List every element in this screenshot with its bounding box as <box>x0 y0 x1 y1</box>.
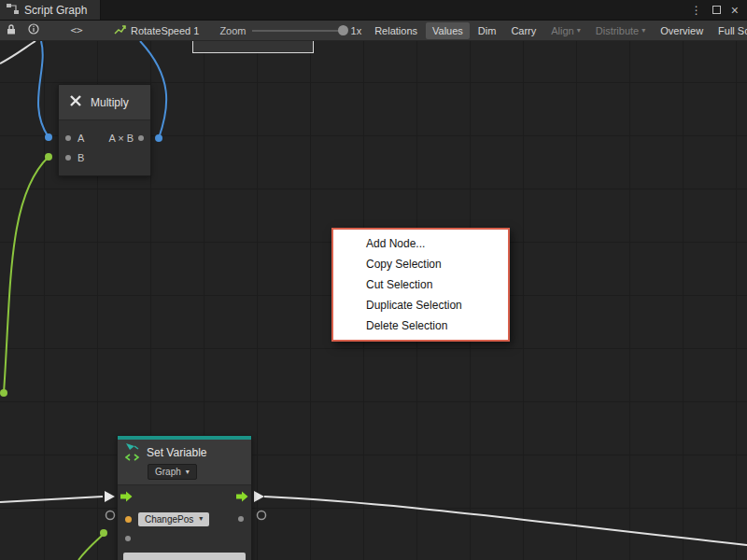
code-view-button[interactable]: <> <box>58 21 95 41</box>
set-variable-header[interactable]: Set Variable Graph ▾ <box>118 440 251 485</box>
carry-button[interactable]: Carry <box>504 22 543 39</box>
port-connection-dot-blue[interactable] <box>45 133 52 141</box>
wire-green-bottom <box>78 534 104 560</box>
info-button[interactable] <box>22 21 45 41</box>
value-input-field[interactable] <box>123 553 246 560</box>
variable-scope-dropdown[interactable]: Graph ▾ <box>148 464 197 480</box>
port-row-b: B <box>59 147 150 167</box>
input-port-a-label: A <box>78 133 84 144</box>
port-connection-dot-green[interactable] <box>0 389 7 397</box>
menu-item-duplicate-selection[interactable]: Duplicate Selection <box>333 295 508 315</box>
variable-output-port[interactable] <box>238 516 244 522</box>
dim-button[interactable]: Dim <box>472 22 503 39</box>
menu-item-copy-selection[interactable]: Copy Selection <box>333 254 508 274</box>
flow-input-port[interactable] <box>120 491 133 502</box>
zoom-slider-track <box>252 30 347 32</box>
align-button-label: Align <box>551 25 573 36</box>
flow-output-port[interactable] <box>236 491 248 502</box>
distribute-button-label: Distribute <box>596 25 639 36</box>
port-connection-dot-green[interactable] <box>100 529 107 537</box>
chevron-down-icon: ▾ <box>199 515 203 523</box>
zoom-value: 1x <box>351 25 362 36</box>
extra-port-row <box>118 530 251 547</box>
graph-canvas[interactable]: Multiply A A × B B <box>0 41 747 560</box>
set-variable-icon <box>125 442 140 464</box>
wire-white-topleft <box>0 41 35 63</box>
variable-value-row: ChangePos ▾ <box>118 508 251 530</box>
menu-item-delete-selection[interactable]: Delete Selection <box>333 315 508 336</box>
port-connection-dot-green[interactable] <box>45 153 52 161</box>
zoom-slider[interactable] <box>252 21 349 41</box>
distribute-button[interactable]: Distribute ▾ <box>589 22 652 39</box>
variable-scope-value: Graph <box>155 467 181 477</box>
full-screen-button[interactable]: Full Screen <box>712 22 747 39</box>
partial-node-top[interactable] <box>192 41 314 53</box>
window-controls: ⋮ × <box>691 0 747 20</box>
multiply-node-header[interactable]: Multiply <box>59 85 150 120</box>
wire-white-flow-out <box>264 497 747 545</box>
code-icon: <> <box>70 24 82 36</box>
titlebar: Script Graph ⋮ × <box>0 0 747 21</box>
tab-script-graph[interactable]: Script Graph <box>0 0 101 20</box>
menu-item-add-node[interactable]: Add Node... <box>333 233 508 254</box>
port-row-a: A A × B <box>59 128 150 147</box>
port-connection-dot-blue[interactable] <box>155 134 162 142</box>
wire-green-input-b <box>4 157 49 393</box>
window-menu-icon[interactable]: ⋮ <box>691 5 702 16</box>
value-port-circle-right[interactable] <box>258 511 266 520</box>
wire-white-flow-in <box>0 497 103 502</box>
graph-toolbar: <> RotateSpeed 1 Zoom 1x Relations Value… <box>0 21 747 41</box>
flow-arrow-in[interactable] <box>105 491 115 502</box>
variable-name-value: ChangePos <box>145 514 193 525</box>
relations-button[interactable]: Relations <box>368 22 424 39</box>
input-port-a[interactable] <box>65 135 71 141</box>
graph-asset-icon <box>114 24 126 37</box>
breadcrumb-label: RotateSpeed 1 <box>131 25 199 36</box>
wire-blue-input-a <box>38 41 49 137</box>
chevron-down-icon: ▾ <box>577 27 581 35</box>
set-variable-node[interactable]: Set Variable Graph ▾ <box>117 435 252 560</box>
context-menu: Add Node... Copy Selection Cut Selection… <box>331 228 510 342</box>
zoom-slider-knob[interactable] <box>338 25 348 35</box>
secondary-input-port[interactable] <box>125 536 131 541</box>
multiply-node-title: Multiply <box>91 96 129 109</box>
chevron-down-icon: ▾ <box>641 27 645 35</box>
variable-input-port[interactable] <box>125 516 132 523</box>
variable-name-dropdown[interactable]: ChangePos ▾ <box>138 512 209 526</box>
input-port-b[interactable] <box>65 155 71 161</box>
window-close-icon[interactable]: × <box>731 4 739 17</box>
output-port[interactable] <box>138 135 144 141</box>
input-port-b-label: B <box>78 152 84 163</box>
lock-icon <box>7 23 16 37</box>
flow-arrow-out[interactable] <box>254 491 264 502</box>
multiply-node[interactable]: Multiply A A × B B <box>58 84 151 176</box>
script-graph-window: Script Graph ⋮ × <> RotateSpeed 1 <box>0 0 747 560</box>
flow-port-row <box>118 485 251 508</box>
script-graph-icon <box>7 4 19 17</box>
value-port-circle-left[interactable] <box>106 511 115 520</box>
align-button[interactable]: Align ▾ <box>544 22 586 39</box>
chevron-down-icon: ▾ <box>186 469 190 476</box>
set-variable-body: ChangePos ▾ <box>118 485 251 560</box>
window-maximize-icon[interactable] <box>712 6 721 14</box>
multiply-icon <box>68 93 83 111</box>
tab-title: Script Graph <box>24 4 87 17</box>
overview-button[interactable]: Overview <box>654 22 710 39</box>
zoom-label: Zoom <box>219 25 246 36</box>
output-port-label: A × B <box>108 133 134 144</box>
lock-button[interactable] <box>0 21 22 41</box>
multiply-node-body: A A × B B <box>59 120 150 175</box>
set-variable-title: Set Variable <box>147 446 206 459</box>
info-icon <box>28 23 39 37</box>
values-button[interactable]: Values <box>426 22 470 39</box>
breadcrumb[interactable]: RotateSpeed 1 <box>114 24 199 37</box>
menu-item-cut-selection[interactable]: Cut Selection <box>333 274 508 295</box>
